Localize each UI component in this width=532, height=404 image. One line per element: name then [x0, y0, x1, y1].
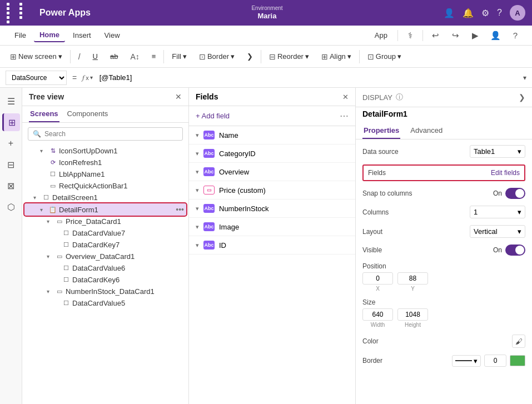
edit-fields-button[interactable]: Edit fields [491, 169, 520, 177]
sidebar-icon-menu[interactable]: ☰ [2, 92, 20, 110]
notification-icon[interactable]: 🔔 [463, 8, 474, 18]
formula-input[interactable] [96, 72, 520, 83]
person-icon[interactable]: 👤 [444, 8, 455, 18]
menu-bar: File Home Insert View App ⚕ ↩ ↪ ▶ 👤 ? [0, 26, 532, 46]
field-chevron-icon: ▾ [196, 168, 199, 176]
tab-advanced[interactable]: Advanced [409, 123, 444, 139]
tree-item-dataCardValue5[interactable]: ☐ DataCardValue5 [24, 297, 186, 309]
border-width-input[interactable] [484, 355, 506, 367]
redo-icon[interactable]: ↪ [448, 28, 463, 43]
help-icon[interactable]: ? [497, 8, 502, 18]
new-screen-icon: ⊞ [10, 52, 17, 61]
pos-y-label: Y [411, 286, 415, 292]
field-item-id[interactable]: ▾ Abc ID [189, 236, 355, 255]
sidebar-icon-connectors[interactable]: ⬡ [2, 198, 20, 216]
border-style-select[interactable]: ▾ [452, 355, 481, 367]
group-button[interactable]: ⊡ Group ▾ [363, 51, 406, 63]
app-button[interactable]: App [369, 29, 393, 41]
tree-item-dataCardValue7[interactable]: ☐ DataCardValue7 [24, 227, 186, 239]
field-item-categoryId[interactable]: ▾ Abc CategoryID [189, 144, 355, 163]
font-size-btn[interactable]: A↕ [126, 51, 143, 63]
fields-title: Fields [196, 92, 218, 101]
avatar[interactable]: A [510, 5, 525, 21]
pos-y-input[interactable] [397, 272, 428, 285]
form-name-label: DetailForm1 [356, 107, 532, 123]
tree-item-rectQuickActionBar1[interactable]: ▭ RectQuickActionBar1 [24, 180, 186, 192]
formula-chevron[interactable]: ▾ [523, 74, 526, 82]
border-toolbar-btn[interactable]: ⊡ Border ▾ [195, 51, 239, 63]
align-text-btn[interactable]: ≡ [147, 51, 161, 62]
sidebar-icon-insert[interactable]: + [2, 134, 20, 152]
data-source-select[interactable]: Table1 ▾ [470, 145, 525, 158]
slash-btn[interactable]: / [74, 51, 85, 63]
expand-btn[interactable]: ❯ [242, 51, 257, 62]
tree-item-lblAppName1[interactable]: ☐ LblAppName1 [24, 168, 186, 180]
expand-icon[interactable]: ❯ [519, 93, 525, 102]
settings-icon[interactable]: ⚙ [481, 8, 489, 18]
field-item-overview[interactable]: ▾ Abc Overview [189, 163, 355, 181]
field-item-name[interactable]: ▾ Abc Name [189, 126, 355, 144]
new-screen-button[interactable]: ⊞ New screen ▾ [6, 51, 67, 63]
columns-select[interactable]: 1 ▾ [470, 206, 525, 218]
fill-button[interactable]: Fill ▾ [167, 51, 191, 62]
layout-select[interactable]: Vertical ▾ [470, 225, 525, 238]
fields-close-btn[interactable]: ✕ [342, 93, 349, 101]
border-color-box[interactable] [510, 355, 525, 366]
tab-properties[interactable]: Properties [362, 123, 400, 139]
tree-item-detailScreen1[interactable]: ▾ ☐ DetailScreen1 [24, 192, 186, 203]
control-selector[interactable]: DataSource [6, 71, 67, 85]
menu-file[interactable]: File [9, 29, 32, 42]
tree-item-menu-icon[interactable]: ••• [176, 205, 184, 214]
visible-toggle[interactable] [505, 245, 525, 256]
sidebar-icon-data[interactable]: ⊟ [2, 156, 20, 173]
tree-item-dataCardKey6[interactable]: ☐ DataCardKey6 [24, 274, 186, 286]
strikethrough-btn[interactable]: ab [106, 51, 122, 62]
tree-item-numberInStock-datacard1[interactable]: ▾ ▭ NumberInStock_DataCard1 [24, 286, 186, 297]
tree-panel-close-btn[interactable]: ✕ [175, 92, 182, 101]
field-chevron-icon: ▾ [196, 187, 199, 194]
tree-tab-components[interactable]: Components [66, 106, 110, 122]
undo-icon[interactable]: ↩ [427, 28, 443, 43]
tree-item-iconSortUpDown1[interactable]: ▾ ⇅ IconSortUpDown1 [24, 145, 186, 157]
tree-item-dataCardValue6[interactable]: ☐ DataCardValue6 [24, 262, 186, 274]
size-height-input[interactable] [397, 308, 428, 321]
data-source-label: Data source [362, 148, 399, 156]
border-row: Border ▾ [362, 355, 525, 367]
menu-view[interactable]: View [99, 29, 126, 42]
tree-item-overview-datacard1[interactable]: ▾ ▭ Overview_DataCard1 [24, 251, 186, 262]
app-launcher-icon[interactable] [7, 3, 31, 23]
align-button[interactable]: ⊞ Align ▾ [317, 51, 356, 63]
stethoscope-icon[interactable]: ⚕ [402, 28, 418, 43]
tree-tab-screens[interactable]: Screens [29, 106, 59, 122]
reorder-button[interactable]: ⊟ Reorder ▾ [265, 51, 314, 63]
field-item-image[interactable]: ▾ Abc Image [189, 218, 355, 236]
menu-insert[interactable]: Insert [67, 29, 97, 42]
help-menu-icon[interactable]: ? [508, 28, 523, 43]
color-label: Color [362, 337, 379, 345]
tree-item-dataCardKey7[interactable]: ☐ DataCardKey7 [24, 239, 186, 251]
field-item-numberInStock[interactable]: ▾ Abc NumberInStock [189, 199, 355, 218]
help-circle-icon[interactable]: ⓘ [396, 92, 403, 102]
field-item-price[interactable]: ▾ ▭ Price (custom) [189, 181, 355, 199]
color-brush-btn[interactable]: 🖌 [512, 335, 525, 348]
size-width-input[interactable] [362, 308, 393, 321]
underline-btn[interactable]: U [88, 51, 102, 62]
tree-item-detailForm1[interactable]: ▾ 📋 DetailForm1 ••• [24, 203, 186, 216]
person-add-icon[interactable]: 👤 [488, 28, 503, 43]
formula-fx-btn[interactable]: 𝑓x ▾ [82, 73, 93, 82]
sidebar-icon-screens[interactable]: ⊞ [2, 113, 20, 131]
tree-label: DataCardKey6 [72, 276, 184, 284]
snap-to-columns-toggle[interactable] [505, 188, 525, 199]
pos-x-input[interactable] [362, 272, 393, 285]
search-input[interactable] [44, 130, 178, 138]
tree-item-iconRefresh1[interactable]: ⟳ IconRefresh1 [24, 157, 186, 168]
top-bar: Power Apps Environment Maria 👤 🔔 ⚙ ? A [0, 0, 532, 26]
menu-home[interactable]: Home [34, 28, 65, 42]
sidebar-icon-variables[interactable]: ⊠ [2, 177, 20, 194]
tree-item-price-datacard1[interactable]: ▾ ▭ Price_DataCard1 [24, 216, 186, 227]
field-label: ID [219, 241, 226, 250]
add-field-button[interactable]: + Add field [196, 112, 230, 120]
snap-toggle-label: On [493, 189, 502, 197]
fields-more-icon[interactable]: ⋯ [340, 111, 349, 121]
play-icon[interactable]: ▶ [468, 28, 483, 43]
